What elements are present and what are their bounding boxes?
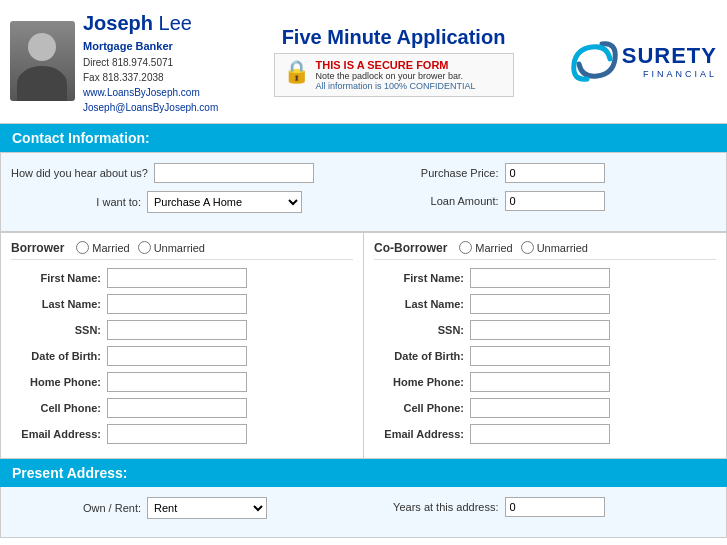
co-borrower-email-row: Email Address: — [374, 424, 716, 444]
borrower-cell-phone-label: Cell Phone: — [11, 402, 101, 414]
address-left: Own / Rent: Rent Own — [11, 497, 359, 527]
surety-logo: SURETY FINANCIAL — [557, 34, 717, 89]
address-section-header: Present Address: — [0, 459, 727, 487]
purchase-price-row: Purchase Price: — [369, 163, 717, 183]
co-borrower-email-input[interactable] — [470, 424, 610, 444]
co-borrower-dob-row: Date of Birth: — [374, 346, 716, 366]
borrower-first-name-row: First Name: — [11, 268, 353, 288]
co-borrower-home-phone-label: Home Phone: — [374, 376, 464, 388]
borrower-last-name-input[interactable] — [107, 294, 247, 314]
co-borrower-last-name-input[interactable] — [470, 294, 610, 314]
borrower-email-input[interactable] — [107, 424, 247, 444]
co-borrower-first-name-row: First Name: — [374, 268, 716, 288]
years-label: Years at this address: — [369, 501, 499, 513]
borrower-dob-label: Date of Birth: — [11, 350, 101, 362]
co-borrower-title: Co-Borrower — [374, 241, 447, 255]
co-borrower-first-name-label: First Name: — [374, 272, 464, 284]
borrower-section: Borrower Married Unmarried First Name: — [1, 232, 726, 458]
borrower-home-phone-input[interactable] — [107, 372, 247, 392]
borrower-ssn-row: SSN: — [11, 320, 353, 340]
borrower-email-label: Email Address: — [11, 428, 101, 440]
surety-icon — [567, 34, 622, 89]
borrower-last-name-row: Last Name: — [11, 294, 353, 314]
surety-name: SURETY — [622, 43, 717, 69]
direct-phone: Direct 818.974.5071 — [83, 55, 218, 70]
secure-text: THIS IS A SECURE FORM Note the padlock o… — [316, 59, 476, 91]
secure-form-label: THIS IS A SECURE FORM — [316, 59, 476, 71]
borrower-email-row: Email Address: — [11, 424, 353, 444]
borrower-first-name-input[interactable] — [107, 268, 247, 288]
co-borrower-cell-phone-row: Cell Phone: — [374, 398, 716, 418]
hear-label: How did you hear about us? — [11, 167, 148, 179]
co-borrower-radio-group: Married Unmarried — [459, 241, 588, 254]
co-borrower-ssn-label: SSN: — [374, 324, 464, 336]
co-borrower-unmarried-label[interactable]: Unmarried — [521, 241, 588, 254]
purchase-price-input[interactable] — [505, 163, 605, 183]
confidential-note: All information is 100% CONFIDENTIAL — [316, 81, 476, 91]
address-right: Years at this address: — [369, 497, 717, 527]
years-input[interactable] — [505, 497, 605, 517]
person-title: Mortgage Banker — [83, 38, 218, 55]
co-borrower-unmarried-radio[interactable] — [521, 241, 534, 254]
borrower-unmarried-label[interactable]: Unmarried — [138, 241, 205, 254]
co-borrower-home-phone-row: Home Phone: — [374, 372, 716, 392]
borrower-cell-phone-row: Cell Phone: — [11, 398, 353, 418]
borrower-panel: Borrower Married Unmarried First Name: — [1, 233, 364, 458]
co-borrower-panel: Co-Borrower Married Unmarried First Name… — [364, 233, 726, 458]
address-top-fields: Own / Rent: Rent Own Years at this addre… — [1, 487, 726, 537]
borrower-title: Borrower — [11, 241, 64, 255]
first-name: Joseph — [83, 12, 153, 34]
borrower-radio-group: Married Unmarried — [76, 241, 205, 254]
borrower-unmarried-radio[interactable] — [138, 241, 151, 254]
co-borrower-cell-phone-label: Cell Phone: — [374, 402, 464, 414]
co-borrower-married-radio[interactable] — [459, 241, 472, 254]
borrower-dob-input[interactable] — [107, 346, 247, 366]
five-minute-title: Five Minute Application — [240, 26, 547, 49]
fax-number: Fax 818.337.2038 — [83, 70, 218, 85]
borrower-cell-phone-input[interactable] — [107, 398, 247, 418]
co-borrower-dob-label: Date of Birth: — [374, 350, 464, 362]
co-borrower-first-name-input[interactable] — [470, 268, 610, 288]
loan-amount-row: Loan Amount: — [369, 191, 717, 211]
borrower-last-name-label: Last Name: — [11, 298, 101, 310]
want-to-row: I want to: Purchase A Home Refinance Oth… — [11, 191, 359, 213]
surety-text: SURETY FINANCIAL — [622, 43, 717, 79]
person-name: Joseph Lee — [83, 8, 218, 38]
loan-amount-input[interactable] — [505, 191, 605, 211]
borrower-ssn-input[interactable] — [107, 320, 247, 340]
co-borrower-email-label: Email Address: — [374, 428, 464, 440]
co-borrower-home-phone-input[interactable] — [470, 372, 610, 392]
header: Joseph Lee Mortgage Banker Direct 818.97… — [0, 0, 727, 124]
header-right: SURETY FINANCIAL — [557, 34, 717, 89]
lock-icon: 🔒 — [283, 59, 310, 85]
contact-left: How did you hear about us? I want to: Pu… — [11, 163, 359, 221]
own-rent-row: Own / Rent: Rent Own — [11, 497, 359, 519]
co-borrower-cell-phone-input[interactable] — [470, 398, 610, 418]
want-label: I want to: — [11, 196, 141, 208]
avatar-silhouette — [10, 21, 75, 101]
borrower-married-radio[interactable] — [76, 241, 89, 254]
last-name: Lee — [153, 12, 192, 34]
hear-about-us-input[interactable] — [154, 163, 314, 183]
borrower-ssn-label: SSN: — [11, 324, 101, 336]
website-link[interactable]: www.LoansByJoseph.com — [83, 85, 218, 100]
financial-label: FINANCIAL — [622, 69, 717, 79]
co-borrower-ssn-input[interactable] — [470, 320, 610, 340]
header-info: Joseph Lee Mortgage Banker Direct 818.97… — [83, 8, 218, 115]
co-borrower-married-label[interactable]: Married — [459, 241, 512, 254]
email-link[interactable]: Joseph@LoansByJoseph.com — [83, 100, 218, 115]
want-to-wrapper: Purchase A Home Refinance Other — [147, 191, 302, 213]
contact-section-header: Contact Information: — [0, 124, 727, 152]
address-section: Own / Rent: Rent Own Years at this addre… — [0, 487, 727, 538]
borrower-married-label[interactable]: Married — [76, 241, 129, 254]
borrower-panel-header: Borrower Married Unmarried — [11, 241, 353, 260]
header-center: Five Minute Application 🔒 THIS IS A SECU… — [230, 26, 557, 97]
want-to-select[interactable]: Purchase A Home Refinance Other — [147, 191, 302, 213]
padlock-note: Note the padlock on your brower bar. — [316, 71, 476, 81]
loan-label: Loan Amount: — [369, 195, 499, 207]
contact-right: Purchase Price: Loan Amount: — [369, 163, 717, 221]
years-address-row: Years at this address: — [369, 497, 717, 517]
own-rent-select[interactable]: Rent Own — [147, 497, 267, 519]
secure-form-box: 🔒 THIS IS A SECURE FORM Note the padlock… — [274, 53, 514, 97]
co-borrower-dob-input[interactable] — [470, 346, 610, 366]
